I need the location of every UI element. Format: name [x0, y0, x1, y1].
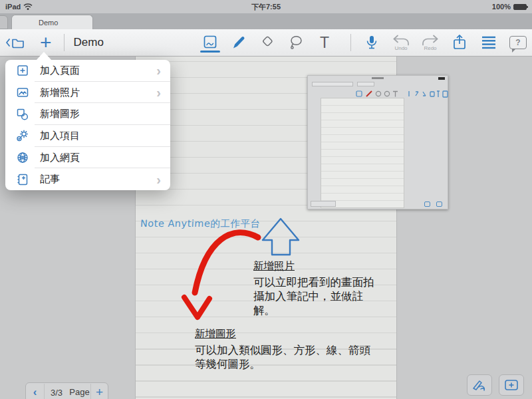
chevron-right-icon: › — [156, 173, 161, 186]
gesture-mode-button[interactable] — [467, 374, 492, 396]
popover-arrow — [36, 52, 52, 61]
mini-battery-icon — [438, 77, 445, 80]
mini-tab — [357, 82, 374, 86]
select-view-tool[interactable] — [201, 33, 219, 53]
add-shape-icon — [15, 107, 31, 122]
undo-label: Undo — [394, 45, 407, 51]
menu-item-label: 記事 — [40, 173, 156, 186]
add-webpage-icon — [15, 150, 31, 165]
menu-item-label: 加入網頁 — [40, 152, 164, 164]
embedded-screenshot-photo[interactable] — [307, 75, 448, 209]
menu-item-label: 新增圖形 — [40, 108, 164, 120]
eraser-tool[interactable] — [259, 33, 276, 53]
zoom-box-icon — [503, 378, 519, 392]
mini-gesture-icon — [424, 201, 430, 207]
tab-label: Demo — [39, 19, 58, 27]
mini-note-page — [321, 98, 404, 208]
menu-item-add-shape[interactable]: 新增圖形 — [5, 103, 170, 125]
main-toolbar: + Demo — [0, 29, 532, 57]
tab-demo[interactable]: Demo — [11, 15, 93, 29]
add-photo-icon — [15, 85, 31, 100]
note-page[interactable]: Note Anytime的工作平台 新增照片 可以立即把看到的畫面拍 攝加入筆記… — [135, 57, 397, 399]
redo-label: Redo — [424, 45, 436, 51]
note-title: Demo — [74, 36, 104, 49]
note-app-window: iPad 下午7:55 100% Demo — [0, 0, 532, 399]
chevron-right-icon: › — [156, 64, 161, 77]
menu-item-label: 加入項目 — [40, 130, 164, 142]
page-label: Page — [68, 384, 91, 399]
prev-page-button[interactable]: ‹ — [26, 384, 45, 399]
menu-item-add-page[interactable]: 加入頁面 › — [5, 60, 170, 82]
mini-page-nav — [311, 201, 336, 207]
annotation-heading: 新增照片 — [253, 259, 398, 273]
tab-partial[interactable] — [0, 15, 8, 29]
add-item-icon — [15, 128, 31, 143]
help-button[interactable]: ? — [507, 31, 529, 55]
annotation-heading: 新增圖形 — [195, 327, 394, 341]
battery-icon — [513, 4, 527, 10]
menu-button[interactable] — [477, 31, 500, 55]
lasso-tool[interactable] — [287, 33, 305, 53]
redo-button[interactable]: Redo — [419, 31, 442, 55]
toolbar-divider-right — [350, 34, 351, 51]
mini-status-time — [372, 77, 384, 79]
handwritten-title[interactable]: Note Anytime的工作平台 — [140, 217, 261, 230]
menu-item-label: 新增照片 — [40, 86, 156, 99]
zoom-box-button[interactable] — [499, 374, 524, 396]
close-note-button[interactable] — [5, 35, 28, 50]
help-icon: ? — [509, 36, 527, 49]
annotation-photo[interactable]: 新增照片 可以立即把看到的畫面拍 攝加入筆記中，並做註 解。 — [253, 259, 398, 317]
menu-item-add-webpage[interactable]: 加入網頁 — [5, 147, 170, 169]
page-position: 3/3 — [45, 388, 68, 398]
pen-hand-icon — [471, 378, 487, 392]
add-button[interactable]: + — [37, 33, 55, 53]
share-button[interactable] — [448, 31, 471, 55]
toolbar-divider — [64, 34, 65, 51]
status-time: 下午7:55 — [0, 2, 532, 12]
note-icon — [15, 172, 31, 187]
mini-tab — [312, 82, 353, 86]
pen-tool[interactable] — [230, 33, 247, 53]
add-page-icon — [15, 63, 31, 78]
annotation-body: 可以立即把看到的畫面拍 攝加入筆記中，並做註 解。 — [253, 275, 398, 317]
menu-item-add-item[interactable]: 加入項目 — [5, 125, 170, 147]
add-page-button[interactable]: + — [91, 385, 108, 399]
page-navigation: ‹ 3/3 Page + — [25, 382, 108, 399]
menu-item-add-photo[interactable]: 新增照片 › — [5, 82, 170, 104]
menu-item-label: 加入頁面 — [40, 65, 156, 77]
annotation-body: 可以加入類似圓形、方形、線、箭頭 等幾何圖形。 — [195, 343, 394, 371]
menu-item-note[interactable]: 記事 › — [5, 168, 170, 190]
mini-zoom-icon — [436, 201, 442, 207]
battery-percent: 100% — [492, 3, 511, 11]
microphone-button[interactable] — [360, 31, 383, 55]
tab-bar: Demo — [0, 13, 532, 29]
add-popover-menu: 加入頁面 › 新增照片 › 新增圖形 — [5, 60, 170, 190]
annotation-shape[interactable]: 新增圖形 可以加入類似圓形、方形、線、箭頭 等幾何圖形。 — [195, 327, 394, 371]
text-tool[interactable]: T — [316, 33, 333, 53]
status-bar: iPad 下午7:55 100% — [0, 0, 532, 13]
undo-button[interactable]: Undo — [390, 31, 412, 55]
chevron-right-icon: › — [156, 86, 161, 99]
